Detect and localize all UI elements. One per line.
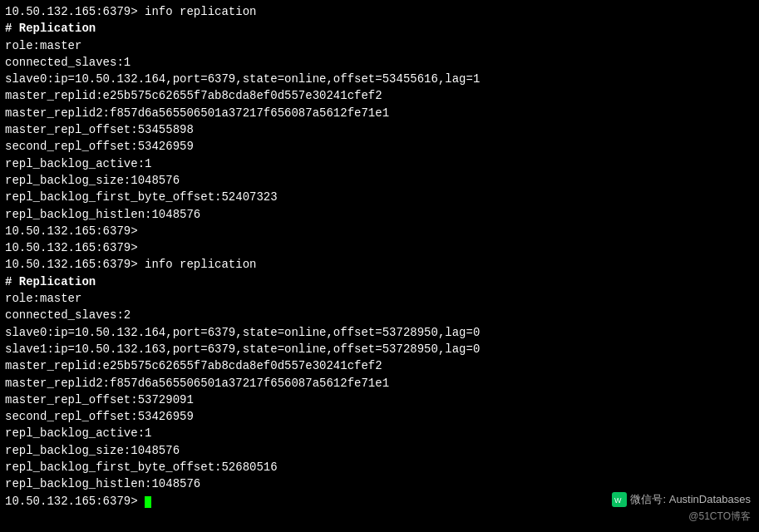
terminal-line: role:master <box>5 37 754 54</box>
terminal-line: repl_backlog_size:1048576 <box>5 172 754 189</box>
terminal-line: master_repl_offset:53729091 <box>5 392 754 408</box>
terminal-line: # Replication <box>5 273 754 290</box>
svg-text:W: W <box>614 496 622 505</box>
wechat-icon: W <box>612 492 627 507</box>
watermark-text: 微信号: AustinDatabases <box>630 492 751 507</box>
terminal-line: 10.50.132.165:6379> info replication <box>5 256 754 273</box>
terminal-line: master_replid:e25b575c62655f7ab8cda8ef0d… <box>5 357 754 374</box>
terminal-line: second_repl_offset:53426959 <box>5 408 754 425</box>
terminal-line: repl_backlog_first_byte_offset:52680516 <box>5 459 754 475</box>
terminal-line: master_replid2:f857d6a565506501a37217f65… <box>5 105 754 121</box>
terminal-line: slave0:ip=10.50.132.164,port=6379,state=… <box>5 324 754 341</box>
terminal: 10.50.132.165:6379> info replication# Re… <box>0 0 759 532</box>
terminal-line: slave0:ip=10.50.132.164,port=6379,state=… <box>5 71 754 87</box>
terminal-line: # Replication <box>5 20 754 37</box>
terminal-line: second_repl_offset:53426959 <box>5 138 754 155</box>
blog-watermark: @51CTO博客 <box>688 510 751 524</box>
terminal-line: repl_backlog_active:1 <box>5 425 754 441</box>
terminal-line: repl_backlog_histlen:1048576 <box>5 206 754 223</box>
terminal-line: 10.50.132.165:6379> <box>5 223 754 239</box>
terminal-line: role:master <box>5 290 754 307</box>
terminal-line: 10.50.132.165:6379> <box>5 239 754 256</box>
terminal-line: slave1:ip=10.50.132.163,port=6379,state=… <box>5 341 754 357</box>
watermark: W 微信号: AustinDatabases <box>612 492 751 507</box>
terminal-line: connected_slaves:1 <box>5 54 754 71</box>
terminal-line: master_replid:e25b575c62655f7ab8cda8ef0d… <box>5 87 754 104</box>
terminal-line: master_replid2:f857d6a565506501a37217f65… <box>5 375 754 392</box>
terminal-line: 10.50.132.165:6379> info replication <box>5 3 754 20</box>
terminal-line: master_repl_offset:53455898 <box>5 121 754 138</box>
terminal-line: repl_backlog_histlen:1048576 <box>5 475 754 492</box>
terminal-line: repl_backlog_size:1048576 <box>5 442 754 459</box>
terminal-line: repl_backlog_active:1 <box>5 155 754 172</box>
cursor <box>145 496 151 508</box>
terminal-line: repl_backlog_first_byte_offset:52407323 <box>5 189 754 205</box>
terminal-line: connected_slaves:2 <box>5 307 754 323</box>
